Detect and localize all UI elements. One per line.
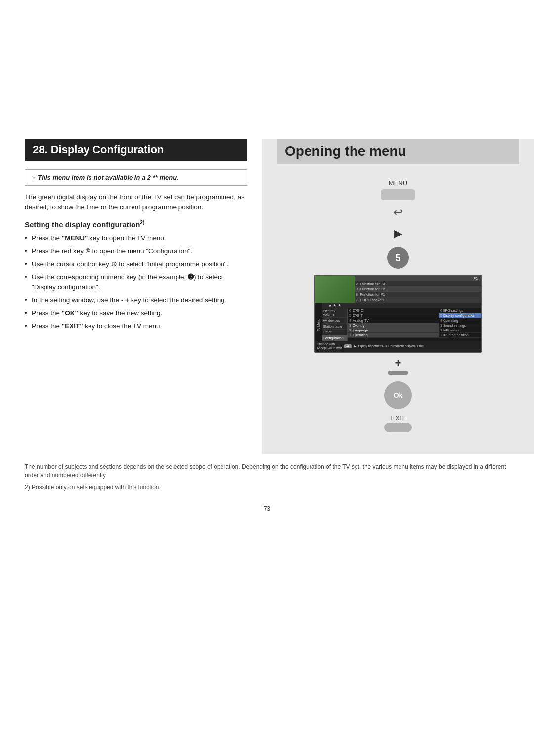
top-bar-item-3: 7 EURO sockets [355, 297, 481, 303]
right-column: Opening the menu MENU ↩ ▶ 5 [262, 139, 534, 454]
tv-top-section: F1↑ 0 Function for F3 9 Function for F2 [315, 276, 481, 303]
note-text: This menu item is not available in a 2 *… [38, 174, 178, 181]
tv-top-bar: F1↑ 0 Function for F3 9 Function for F2 [355, 276, 481, 303]
top-bar-item-0: 0 Function for F3 [355, 281, 481, 286]
right-item-4: 3Sound settings [439, 323, 481, 328]
f1-label: F1↑ [473, 276, 480, 281]
note-icon: ☞ [31, 175, 38, 181]
ok-label: Ok [394, 391, 403, 399]
stars-text: ★ ★ ★ [328, 303, 341, 308]
top-label-3: EURO sockets [360, 298, 384, 302]
tv-menu-vertical-text: TV-Menu [317, 318, 320, 331]
top-label-2: Function for F1 [360, 292, 385, 297]
footer-notes: The number of subjects and sections depe… [0, 454, 534, 500]
exit-label: EXIT [384, 414, 412, 422]
left-section-title: 28. Display Configuration [33, 143, 164, 156]
tv-thumbnail-overlay [315, 276, 355, 303]
body-paragraph: The green digital display on the front o… [25, 192, 247, 213]
top-bar-item-2: 8 Function for F1 [355, 292, 481, 297]
left-section-header: 28. Display Configuration [25, 139, 247, 161]
center-item-1: 6DVB-C [348, 308, 439, 313]
list-item: Press the "EXIT" key to close the TV men… [25, 321, 247, 331]
footer-note-1: The number of subjects and sections depe… [25, 462, 509, 480]
plus-minus-section: + [388, 358, 408, 377]
list-item: In the setting window, use the - + key t… [25, 295, 247, 305]
sidebar-item-4: Timer [322, 330, 347, 335]
list-item: Use the cursor control key ⊕ to select "… [25, 259, 247, 269]
arrow-right-icon: ▶ [394, 227, 402, 240]
back-icon: ↩ [393, 205, 403, 219]
tv-main-menu: TV-Menu Picture-Volume AV devices Statio… [315, 308, 481, 341]
list-item: Press the "OK" key to save the new setti… [25, 308, 247, 318]
top-bar-item-1: 9 Function for F2 [355, 286, 481, 292]
stars-fill [348, 303, 481, 308]
menu-label: MENU [389, 179, 407, 187]
right-item-3: 4Operating [439, 318, 481, 323]
right-section-title: Opening the menu [285, 143, 406, 159]
left-column: 28. Display Configuration ☞ This menu it… [0, 139, 262, 454]
center-item-5: 2Language [348, 328, 439, 333]
sidebar-item-1: Picture-Volume [322, 308, 347, 318]
list-item: Use the corresponding numeric key (in th… [25, 272, 247, 292]
top-num-3: 7 [356, 298, 358, 302]
sidebar-item-2: AV devices [322, 318, 347, 324]
top-num-0: 0 [356, 282, 358, 286]
tv-status-bar: Change with Accept value with ok ▶ Displ… [315, 341, 481, 352]
list-item: Press the red key ® to open the menu "Co… [25, 246, 247, 256]
top-label-0: Function for F3 [360, 282, 385, 286]
sub-heading: Setting the display configuration2) [25, 220, 247, 229]
stars-sidebar: ★ ★ ★ [322, 303, 348, 308]
accept-label: Accept value with [317, 346, 342, 350]
page-number: 73 [0, 500, 534, 517]
display-brightness-text: ▶ Display brightness 3 Permanent display… [354, 344, 479, 348]
page-container: 28. Display Configuration ☞ This menu it… [0, 0, 534, 756]
stars-row: ★ ★ ★ [315, 303, 481, 308]
list-item: Press the "MENU" key to open the TV menu… [25, 234, 247, 243]
top-num-2: 8 [356, 292, 358, 297]
tv-vertical-label-top [315, 303, 322, 308]
top-label-1: Function for F2 [360, 287, 385, 291]
ok-btn-status: ok [344, 344, 352, 348]
ok-circle[interactable]: Ok [384, 381, 412, 409]
exit-button[interactable] [384, 423, 412, 432]
right-item-5: 2HiFi output [439, 328, 481, 333]
exit-section: EXIT [384, 414, 412, 432]
tv-right-menu: 6EPG settings 5Display configuration 4Op… [439, 308, 481, 341]
right-item-6: 1Int. prog.position [439, 333, 481, 338]
tv-screen: F1↑ 0 Function for F3 9 Function for F2 [314, 275, 482, 353]
sidebar-item-3: Station table [322, 324, 347, 330]
tv-sidebar: Picture-Volume AV devices Station table … [322, 308, 348, 341]
number-5: 5 [395, 252, 400, 264]
top-num-1: 9 [356, 287, 358, 291]
tv-vertical-label: TV-Menu [315, 308, 322, 341]
center-item-6: 1Operating [348, 333, 439, 338]
tv-thumbnail [315, 276, 355, 303]
center-item-3: 4Analog-TV [348, 318, 439, 323]
center-item-2: 5DVB-T [348, 313, 439, 318]
number-5-circle: 5 [387, 247, 409, 269]
sub-heading-sup: 2) [140, 220, 144, 225]
tv-menu-screenshot: F1↑ 0 Function for F3 9 Function for F2 [314, 275, 482, 353]
f1-bar: F1↑ [355, 276, 481, 281]
center-item-4: 3Country [348, 323, 439, 328]
change-label: Change with [317, 342, 342, 346]
right-section-header: Opening the menu [277, 139, 519, 164]
right-item-display-config: 5Display configuration [439, 313, 481, 318]
minus-button[interactable] [388, 371, 408, 375]
stars-content: ★ ★ ★ [322, 303, 481, 308]
status-labels: Change with Accept value with [317, 342, 342, 351]
two-column-layout: 28. Display Configuration ☞ This menu it… [0, 139, 534, 454]
top-spacer [0, 0, 534, 139]
sub-heading-text: Setting the display configuration [25, 220, 140, 229]
footer-note-2: 2) Possible only on sets equipped with t… [25, 483, 509, 492]
menu-button[interactable] [381, 189, 415, 200]
bullet-list: Press the "MENU" key to open the TV menu… [25, 234, 247, 331]
plus-symbol: + [395, 358, 401, 369]
sidebar-item-5: Configuration [322, 335, 347, 341]
right-item-1: 6EPG settings [439, 308, 481, 313]
tv-center-menu: 6DVB-C 5DVB-T 4Analog-TV 3Country 2Langu… [348, 308, 439, 341]
note-box: ☞ This menu item is not available in a 2… [25, 169, 247, 186]
